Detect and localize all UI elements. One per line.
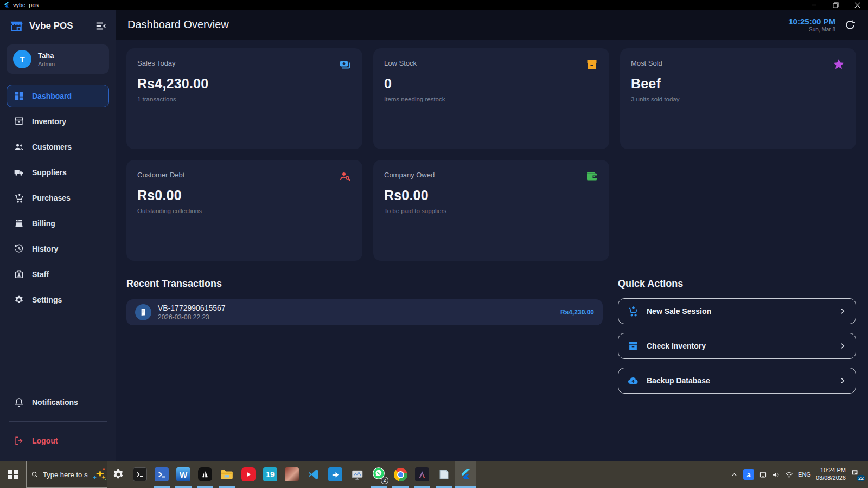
- stat-card-company-owed: Company Owed Rs0.00 To be paid to suppli…: [373, 160, 609, 261]
- stats-grid-empty-cell: [620, 160, 856, 261]
- customers-icon: [14, 142, 24, 152]
- taskbar-equalizer-icon[interactable]: [194, 461, 216, 488]
- user-role: Admin: [38, 61, 55, 67]
- sidebar-item-dashboard[interactable]: Dashboard: [7, 85, 109, 107]
- flutter-icon: [3, 2, 10, 8]
- stat-label: Customer Debt: [137, 171, 352, 179]
- sidebar-item-label: Suppliers: [32, 168, 67, 177]
- history-icon: [14, 243, 24, 254]
- inventory-box-icon: [627, 340, 639, 352]
- tray-clock[interactable]: 10:24 PM 03/08/2026: [816, 467, 846, 482]
- transaction-row[interactable]: VB-1772990615567 2026-03-08 22:23 Rs4,23…: [126, 299, 603, 325]
- sidebar-nav: Dashboard Inventory Customers: [7, 85, 109, 311]
- taskbar-word-icon[interactable]: W: [173, 461, 194, 488]
- tray-device-icon[interactable]: [759, 471, 767, 479]
- stat-card-most-sold: Most Sold Beef 3 units sold today: [620, 48, 856, 149]
- flutter-icon: [459, 468, 472, 481]
- close-button[interactable]: [846, 0, 868, 10]
- suppliers-icon: [14, 167, 24, 178]
- taskbar-monitor-icon[interactable]: [346, 461, 368, 488]
- search-icon: [31, 471, 39, 478]
- sidebar-item-notifications[interactable]: Notifications: [7, 391, 109, 414]
- purchases-icon: [14, 192, 24, 203]
- stat-sub: 1 transactions: [137, 96, 352, 102]
- chevron-up-icon[interactable]: [730, 471, 738, 479]
- person-search-icon: [339, 170, 352, 183]
- whatsapp-badge: 2: [381, 477, 388, 484]
- stat-label: Low Stock: [384, 59, 598, 67]
- windows-taskbar: W 19: [0, 461, 868, 488]
- start-button[interactable]: [0, 461, 26, 488]
- minimize-button[interactable]: [803, 0, 825, 10]
- stat-value: 0: [384, 76, 598, 92]
- tray-time: 10:24 PM: [816, 467, 846, 474]
- chevron-right-icon: [838, 342, 847, 350]
- logout-icon: [14, 435, 24, 446]
- stat-card-customer-debt: Customer Debt Rs0.00 Outstanding collect…: [126, 160, 362, 261]
- transaction-datetime: 2026-03-08 22:23: [158, 313, 226, 321]
- quick-action-label: New Sale Session: [647, 307, 711, 316]
- language-indicator[interactable]: ENG: [798, 471, 811, 478]
- sidebar: Vybe POS T Taha Admin Dashboard: [0, 10, 116, 461]
- taskbar-a-app-icon[interactable]: [411, 461, 433, 488]
- taskbar-search[interactable]: [26, 461, 107, 488]
- sidebar-item-inventory[interactable]: Inventory: [7, 110, 109, 133]
- speaker-icon[interactable]: [772, 471, 780, 479]
- quick-action-label: Backup Database: [647, 376, 710, 385]
- sidebar-item-suppliers[interactable]: Suppliers: [7, 161, 109, 184]
- taskbar-chrome-icon[interactable]: [390, 461, 411, 488]
- taskbar-flutter-app-icon[interactable]: [455, 461, 476, 488]
- check-inventory-button[interactable]: Check Inventory: [618, 333, 856, 359]
- sidebar-item-label: Customers: [32, 143, 72, 151]
- sidebar-item-label: Inventory: [32, 117, 66, 126]
- sidebar-item-purchases[interactable]: Purchases: [7, 187, 109, 209]
- user-card[interactable]: T Taha Admin: [7, 44, 109, 74]
- clock-time: 10:25:00 PM: [788, 17, 835, 26]
- stat-value: Rs0.00: [384, 188, 598, 203]
- new-sale-session-button[interactable]: New Sale Session: [618, 298, 856, 324]
- refresh-icon[interactable]: [844, 19, 856, 31]
- transaction-amount: Rs4,230.00: [560, 309, 594, 316]
- sidebar-item-staff[interactable]: Staff: [7, 263, 109, 286]
- main-header: Dashboard Overview 10:25:00 PM Sun, Mar …: [116, 10, 868, 40]
- notification-count-badge: 22: [856, 474, 866, 482]
- window-title: vybe_pos: [13, 2, 39, 8]
- restore-button[interactable]: [825, 0, 846, 10]
- taskbar-vscode-icon[interactable]: [303, 461, 324, 488]
- window-titlebar: vybe_pos: [0, 0, 868, 10]
- taskbar-notes-icon[interactable]: [433, 461, 455, 488]
- sidebar-item-settings[interactable]: Settings: [7, 288, 109, 311]
- dashboard-icon: [14, 91, 24, 101]
- backup-database-button[interactable]: Backup Database: [618, 368, 856, 394]
- search-input[interactable]: [43, 471, 88, 479]
- brand-name: Vybe POS: [29, 21, 90, 31]
- taskbar-settings-icon[interactable]: [107, 461, 129, 488]
- action-center-icon[interactable]: 22: [851, 468, 864, 480]
- sidebar-item-history[interactable]: History: [7, 237, 109, 260]
- star-icon: [832, 58, 845, 71]
- taskbar-powershell-icon[interactable]: [151, 461, 173, 488]
- taskbar-youtube-icon[interactable]: [238, 461, 259, 488]
- tray-a-icon[interactable]: a: [743, 469, 754, 480]
- screen: vybe_pos Vybe POS: [0, 0, 868, 488]
- clock: 10:25:00 PM Sun, Mar 8: [788, 17, 835, 33]
- sidebar-item-customers[interactable]: Customers: [7, 136, 109, 158]
- logout-button[interactable]: Logout: [7, 429, 109, 452]
- settings-icon: [14, 294, 24, 305]
- staff-icon: [14, 269, 24, 280]
- taskbar-whatsapp-icon[interactable]: 2: [368, 461, 390, 488]
- taskbar-terminal-icon[interactable]: [129, 461, 151, 488]
- taskbar-flow-icon[interactable]: [324, 461, 346, 488]
- wifi-icon[interactable]: [785, 471, 793, 479]
- taskbar-file-explorer-icon[interactable]: [216, 461, 238, 488]
- recent-transactions-heading: Recent Transactions: [126, 278, 603, 290]
- add-cart-icon: [627, 305, 639, 317]
- sidebar-item-billing[interactable]: Billing: [7, 212, 109, 235]
- taskbar-photos-icon[interactable]: [281, 461, 303, 488]
- cloud-upload-icon: [627, 375, 639, 387]
- taskbar-app19-icon[interactable]: 19: [259, 461, 281, 488]
- stat-card-low-stock: Low Stock 0 Items needing restock: [373, 48, 609, 149]
- tray-date: 03/08/2026: [816, 474, 846, 482]
- sidebar-item-label: Billing: [32, 219, 55, 228]
- menu-open-icon[interactable]: [95, 20, 107, 32]
